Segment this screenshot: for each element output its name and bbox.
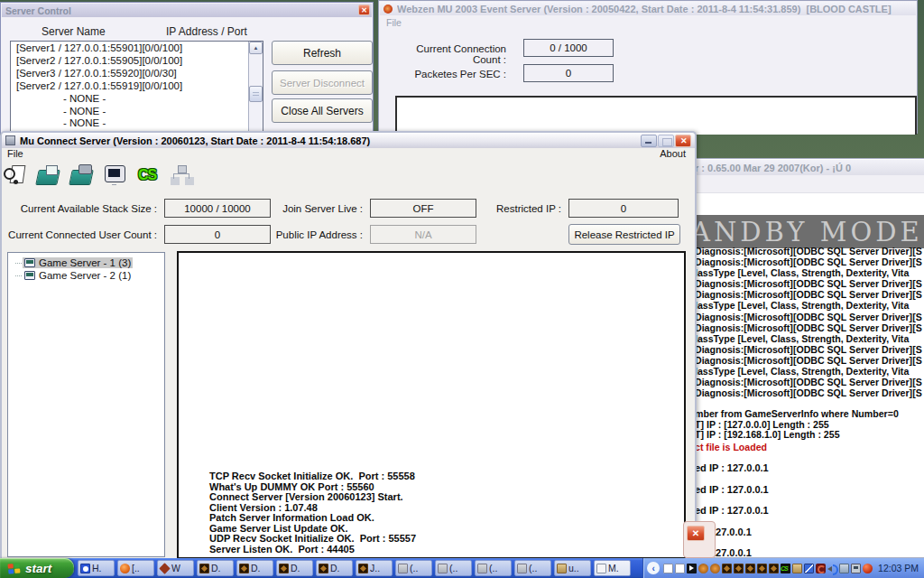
connection-count-value: 0 / 1000 bbox=[523, 39, 614, 57]
standby-banner: ANDBY MODE bbox=[690, 215, 924, 248]
log-line: ed IP : 127.0.0.1 bbox=[695, 500, 769, 522]
menu-file[interactable]: File bbox=[386, 17, 402, 28]
start-label: start bbox=[25, 562, 51, 575]
maximize-icon[interactable] bbox=[658, 135, 674, 147]
taskbar-button-label: (.. bbox=[489, 563, 497, 573]
log-line: Diagnosis:[Microsoft][ODBC SQL Server Dr… bbox=[695, 344, 922, 355]
menu-file[interactable]: File bbox=[7, 148, 23, 161]
toolbar-icon[interactable] bbox=[35, 163, 60, 188]
taskbar-clock: 12:03 PM bbox=[878, 563, 919, 573]
log-line: Patch Server Information Load OK. bbox=[209, 513, 684, 524]
minimize-icon[interactable] bbox=[641, 135, 657, 147]
taskbar-button[interactable]: D. bbox=[316, 560, 353, 576]
start-button[interactable]: start bbox=[0, 558, 74, 578]
scroll-thumb[interactable] bbox=[249, 86, 263, 102]
taskbar-button-label: H. bbox=[92, 563, 102, 573]
taskbar-button[interactable]: D. bbox=[236, 560, 273, 576]
tray-icon[interactable] bbox=[839, 564, 849, 573]
connect-server-titlebar[interactable]: Mu Connect Server (Version : 20060123, S… bbox=[2, 133, 695, 148]
tray-icon[interactable] bbox=[781, 564, 790, 573]
tray-icon[interactable] bbox=[722, 564, 732, 573]
tray-icon[interactable] bbox=[687, 564, 697, 573]
tray-icon[interactable] bbox=[827, 564, 837, 573]
log-line: Server Listen OK. Port : 44405 bbox=[209, 545, 684, 555]
log-line: Diagnosis:[Microsoft][ODBC SQL Server Dr… bbox=[695, 256, 922, 267]
server-list-item[interactable]: [Server1 / 127.0.0.1:55901][0/0/100] bbox=[11, 42, 248, 55]
log-line: UDP Recv Socket Initialize OK. Port : 55… bbox=[209, 534, 684, 545]
standby-titlebar[interactable]: r : 0.65.00 Mar 29 2007(Kor) - ¡Ú 0 bbox=[691, 160, 924, 175]
taskbar-button[interactable]: M. bbox=[594, 560, 631, 576]
taskbar-button[interactable]: (.. bbox=[514, 560, 551, 576]
taskbar-button[interactable]: D. bbox=[276, 560, 313, 576]
log-line: Diagnosis:[Microsoft][ODBC SQL Server Dr… bbox=[695, 355, 922, 366]
close-icon[interactable] bbox=[358, 5, 370, 15]
scroll-up-icon[interactable] bbox=[249, 42, 263, 54]
toolbar bbox=[2, 163, 202, 190]
log-line: Diagnosis:[Microsoft][ODBC SQL Server Dr… bbox=[695, 322, 922, 333]
tray-icon[interactable] bbox=[698, 564, 708, 573]
server-listbox[interactable]: [Server1 / 127.0.0.1:55901][0/0/100][Ser… bbox=[10, 41, 263, 135]
popup-close-icon[interactable] bbox=[687, 526, 705, 541]
menu-about[interactable]: About bbox=[660, 148, 686, 161]
tray-icon[interactable] bbox=[863, 564, 873, 573]
restricted-ip-label: Restricted IP : bbox=[485, 203, 561, 214]
tray-icon[interactable] bbox=[663, 564, 673, 573]
server-list-item[interactable]: [Server3 / 127.0.0.1:55920][0/0/30] bbox=[11, 68, 248, 80]
tray-icon[interactable] bbox=[757, 564, 767, 573]
packets-per-sec-label: Packetes Per SEC : bbox=[393, 69, 506, 79]
taskbar-button[interactable]: u.. bbox=[554, 560, 591, 576]
system-tray: ‹ 12:03 PM bbox=[642, 558, 924, 578]
tray-icon[interactable] bbox=[675, 564, 685, 573]
toolbar-icon[interactable] bbox=[169, 163, 194, 188]
toolbar-icon[interactable] bbox=[135, 163, 161, 188]
connect-server-log-panel: TCP Recv Socket Initialize OK. Port : 55… bbox=[177, 251, 686, 559]
tray-icon[interactable] bbox=[745, 564, 755, 573]
tray-icon[interactable] bbox=[851, 564, 861, 573]
taskbar-button[interactable]: W bbox=[157, 560, 194, 576]
server-list-item[interactable]: - NONE - bbox=[11, 117, 248, 130]
tray-icons bbox=[662, 564, 873, 573]
log-line: Connect Server [Version 20060123] Start. bbox=[209, 492, 684, 503]
event-server-app-icon bbox=[383, 5, 393, 14]
close-icon[interactable] bbox=[675, 135, 691, 147]
taskbar-button[interactable]: (.. bbox=[395, 560, 432, 576]
taskbar-button[interactable]: J.. bbox=[356, 560, 393, 576]
log-line: Diagnosis:[Microsoft][ODBC SQL Server Dr… bbox=[695, 377, 922, 387]
tray-icon[interactable] bbox=[734, 564, 744, 573]
taskbar-button-label: D. bbox=[251, 563, 261, 573]
server-list-item[interactable]: - NONE - bbox=[11, 106, 248, 118]
taskbar-button[interactable]: D. bbox=[197, 560, 234, 576]
refresh-button[interactable]: Refresh bbox=[272, 41, 373, 65]
server-list-item[interactable]: [Server2 / 127.0.0.1:55905][0/0/100] bbox=[11, 55, 248, 68]
toolbar-icon[interactable] bbox=[2, 163, 27, 188]
toolbar-icon[interactable] bbox=[69, 163, 94, 188]
taskbar-button-label: [.. bbox=[132, 563, 140, 573]
log-line: ed IP : 127.0.0.1 bbox=[695, 458, 769, 480]
game-server-tree[interactable]: Game Server - 1 (3) Game Server - 2 (1) bbox=[7, 252, 165, 557]
tray-icon[interactable] bbox=[804, 564, 814, 573]
server-control-titlebar[interactable]: Server Control bbox=[2, 4, 372, 17]
tray-icon[interactable] bbox=[792, 564, 802, 573]
taskbar-button[interactable]: H. bbox=[78, 560, 115, 576]
tray-icon[interactable] bbox=[710, 564, 720, 573]
taskbar-button-icon bbox=[80, 564, 90, 573]
tray-chevron-icon[interactable]: ‹ bbox=[647, 562, 660, 574]
taskbar-button-label: W bbox=[171, 563, 180, 573]
scrollbar[interactable] bbox=[248, 42, 263, 134]
taskbar-button[interactable]: (.. bbox=[475, 560, 512, 576]
server-disconnect-button[interactable]: Server Disconnect bbox=[272, 70, 373, 95]
release-restricted-ip-button[interactable]: Release Restricted IP bbox=[568, 224, 680, 245]
taskbar-button[interactable]: (.. bbox=[435, 560, 472, 576]
tree-item[interactable]: Game Server - 2 (1) bbox=[8, 269, 164, 282]
tray-icon[interactable] bbox=[816, 564, 826, 573]
tree-item[interactable]: Game Server - 1 (3) bbox=[8, 256, 164, 269]
server-list-item[interactable]: - NONE - bbox=[11, 93, 248, 106]
toolbar-icon[interactable] bbox=[102, 163, 127, 188]
tray-icon[interactable] bbox=[769, 564, 779, 573]
taskbar-button[interactable]: [.. bbox=[117, 560, 154, 576]
connect-server-app-icon bbox=[5, 135, 15, 145]
close-all-servers-button[interactable]: Close All Servers bbox=[272, 98, 373, 123]
server-list-item[interactable]: [Server2 / 127.0.0.1:55919][0/0/100] bbox=[11, 80, 248, 93]
event-server-titlebar[interactable]: Webzen MU 2003 Event Server (Version : 2… bbox=[380, 2, 916, 15]
task-buttons: H. [.. W D. D. D. D. J.. bbox=[78, 558, 631, 578]
